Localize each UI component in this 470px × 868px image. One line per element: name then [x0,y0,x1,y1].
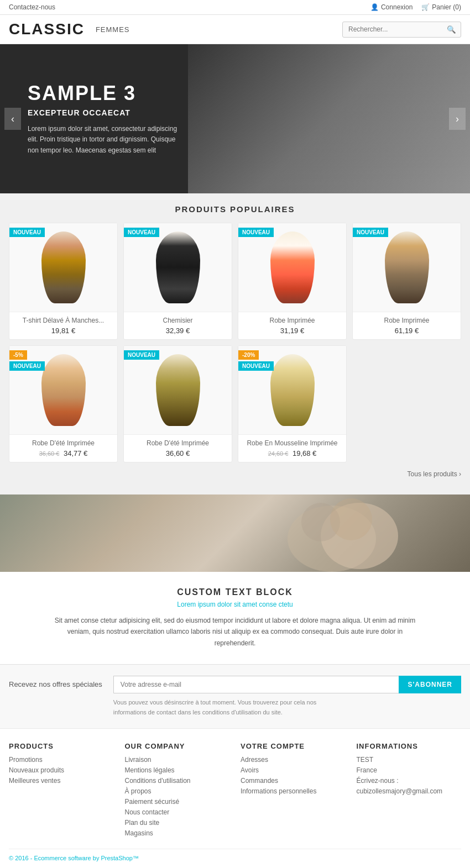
contact-link[interactable]: Contactez-nous [9,3,55,11]
footer-info-test: TEST [357,756,462,764]
footer-link-promotions[interactable]: Promotions [9,756,114,764]
footer-link-infos[interactable]: Informations personnelles [241,787,346,795]
product-info: Robe D'été Imprimée 36,60 € 34,77 € [9,434,117,462]
footer-link-nouveaux[interactable]: Nouveaux produits [9,766,114,774]
top-bar: Contactez-nous 👤 Connexion 🛒 Panier (0) [0,0,470,15]
footer-col-title: VOTRE COMPTE [241,742,346,750]
footer-grid: PRODUCTS Promotions Nouveaux produits Me… [9,742,461,840]
newsletter-form: S'ABONNER [113,676,461,693]
badge-nouveau: NOUVEAU [124,350,159,360]
footer-copyright: © 2016 - Ecommerce software by PrestaSho… [9,849,461,861]
footer-link-avoirs[interactable]: Avoirs [241,766,346,774]
product-image: NOUVEAU [124,346,232,434]
footer-link-magasins[interactable]: Magasins [125,829,230,837]
product-figure [270,232,315,303]
product-info: Chemisier 32,39 € [124,312,232,339]
footer-link-mentions[interactable]: Mentions légales [125,766,230,774]
badge-discount: -20% [238,350,259,360]
product-price: 36,60 € 34,77 € [14,449,113,457]
all-products-link[interactable]: Tous les produits › [9,468,461,483]
badge-nouveau: NOUVEAU [9,361,45,371]
user-icon: 👤 [370,3,379,11]
search-input[interactable] [343,22,442,36]
hero-next-button[interactable]: › [449,108,466,130]
product-card[interactable]: -20% NOUVEAU Robe En Mousseline Imprimée… [238,345,347,462]
product-figure [270,354,315,426]
banner-svg [249,495,415,572]
product-price: 24,60 € 19,68 € [243,449,342,457]
product-image: NOUVEAU [353,223,461,312]
text-block-body: Sit amet conse ctetur adipisicing elit, … [47,615,423,649]
footer-link-livraison[interactable]: Livraison [125,756,230,764]
products-section: PRODUITS POPULAIRES NOUVEAU T-shirt Déla… [0,193,470,495]
badge-nouveau: NOUVEAU [9,228,45,237]
text-block-subtitle: Lorem ipsum dolor sit amet conse ctetu [33,601,437,608]
product-price: 19,81 € [14,327,113,335]
nav-femmes[interactable]: FEMMES [96,25,130,34]
hero-prev-button[interactable]: ‹ [4,108,21,130]
badge-discount: -5% [9,350,27,360]
footer-info-country: France [357,766,462,774]
badge-nouveau: NOUVEAU [353,228,388,237]
product-info: Robe En Mousseline Imprimée 24,60 € 19,6… [238,434,346,462]
login-link[interactable]: 👤 Connexion [370,3,412,11]
footer-col-company: OUR COMPANY Livraison Mentions légales C… [125,742,230,840]
text-block: CUSTOM TEXT BLOCK Lorem ipsum dolor sit … [0,572,470,664]
svg-point-3 [330,498,372,540]
search-button[interactable]: 🔍 [442,22,461,37]
footer-col-account: VOTRE COMPTE Adresses Avoirs Commandes I… [241,742,346,840]
product-figure [41,232,86,303]
footer-link-plan[interactable]: Plan du site [125,819,230,827]
footer: PRODUCTS Promotions Nouveaux produits Me… [0,728,470,868]
footer-link-adresses[interactable]: Adresses [241,756,346,764]
products-grid-row1: NOUVEAU T-shirt Délavé À Manches... 19,8… [9,223,461,340]
hero-subtitle: EXCEPTEUR OCCAECAT [28,108,182,117]
product-card[interactable]: NOUVEAU Robe D'été Imprimée 36,60 € [123,345,232,462]
footer-col-info: INFORMATIONS TEST France Écrivez-nous : … [357,742,462,840]
empty-slot [352,345,461,462]
footer-link-commandes[interactable]: Commandes [241,777,346,785]
footer-col-title: INFORMATIONS [357,742,462,750]
footer-info-email: cubizollesmajory@gmail.com [357,787,462,795]
product-price-old: 24,60 € [268,450,289,457]
product-card[interactable]: -5% NOUVEAU Robe D'été Imprimée 36,60 € … [9,345,118,462]
newsletter-input[interactable] [113,676,399,693]
footer-link-apropos[interactable]: À propos [125,787,230,795]
product-figure [156,354,200,426]
logo[interactable]: CLASSIC [9,20,85,38]
banner-faces [0,495,470,572]
product-price: 61,19 € [357,327,456,335]
product-card[interactable]: NOUVEAU Robe Imprimée 61,19 € [352,223,461,340]
product-image: NOUVEAU [9,223,117,312]
footer-col-title: PRODUCTS [9,742,114,750]
products-grid-row2: -5% NOUVEAU Robe D'été Imprimée 36,60 € … [9,345,461,462]
product-name: T-shirt Délavé À Manches... [14,317,113,324]
product-info: Robe D'été Imprimée 36,60 € [124,434,232,462]
cart-icon: 🛒 [421,3,430,11]
cart-link[interactable]: 🛒 Panier (0) [421,3,461,11]
product-image: NOUVEAU [238,223,346,312]
footer-link-paiement[interactable]: Paiement sécurisé [125,798,230,806]
hero-content: SAMPLE 3 EXCEPTEUR OCCAECAT Lorem ipsum … [0,65,210,172]
product-price-new: 34,77 € [64,449,87,457]
product-card[interactable]: NOUVEAU T-shirt Délavé À Manches... 19,8… [9,223,118,340]
product-card[interactable]: NOUVEAU Robe Imprimée 31,19 € [238,223,347,340]
footer-col-products: PRODUCTS Promotions Nouveaux produits Me… [9,742,114,840]
footer-link-meilleures[interactable]: Meilleures ventes [9,777,114,785]
newsletter-label: Recevez nos offres spéciales [9,676,102,688]
hero-title: SAMPLE 3 [28,82,182,105]
badge-nouveau: NOUVEAU [124,228,159,237]
product-price: 31,19 € [243,327,342,335]
footer-link-conditions[interactable]: Conditions d'utilisation [125,777,230,785]
product-name: Robe D'été Imprimée [128,439,227,447]
products-section-title: PRODUITS POPULAIRES [9,204,461,214]
product-price: 32,39 € [128,327,227,335]
product-card[interactable]: NOUVEAU Chemisier 32,39 € [123,223,232,340]
footer-link-contact[interactable]: Nous contacter [125,808,230,816]
newsletter-subscribe-button[interactable]: S'ABONNER [399,676,461,693]
product-figure [156,232,200,303]
product-info: T-shirt Délavé À Manches... 19,81 € [9,312,117,339]
badge-nouveau: NOUVEAU [238,228,274,237]
product-image: -20% NOUVEAU [238,346,346,434]
newsletter-section: Recevez nos offres spéciales S'ABONNER V… [0,664,470,728]
